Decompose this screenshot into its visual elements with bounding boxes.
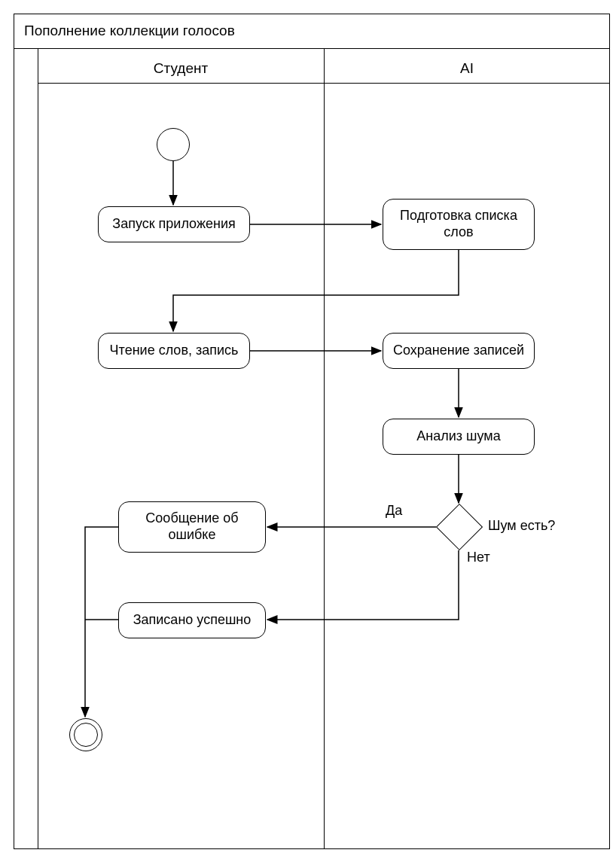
decision-yes-label: Да bbox=[386, 503, 402, 519]
title-separator bbox=[14, 48, 610, 49]
lane-label-student: Студент bbox=[38, 57, 324, 80]
activity-analyze-noise: Анализ шума bbox=[383, 419, 535, 455]
activity-recorded-success: Записано успешно bbox=[118, 602, 266, 638]
activity-prepare-word-list: Подготовка списка слов bbox=[383, 199, 535, 250]
diagram-title: Пополнение коллекции голосов bbox=[14, 14, 245, 48]
lane-label-ai: AI bbox=[324, 57, 610, 80]
lane-divider bbox=[324, 48, 325, 849]
activity-launch-app: Запуск приложения bbox=[98, 206, 250, 242]
decision-question-label: Шум есть? bbox=[488, 518, 555, 534]
activity-save-records: Сохранение записей bbox=[383, 333, 535, 369]
activity-error-message: Сообщение об ошибке bbox=[118, 501, 266, 553]
decision-no-label: Нет bbox=[467, 550, 490, 565]
start-node bbox=[157, 128, 190, 161]
activity-read-words-record: Чтение слов, запись bbox=[98, 333, 250, 369]
end-node bbox=[69, 718, 102, 751]
activity-diagram: Пополнение коллекции голосов Студент AI … bbox=[8, 8, 610, 851]
lane-left-border bbox=[38, 48, 38, 849]
lane-header-separator bbox=[38, 83, 610, 84]
